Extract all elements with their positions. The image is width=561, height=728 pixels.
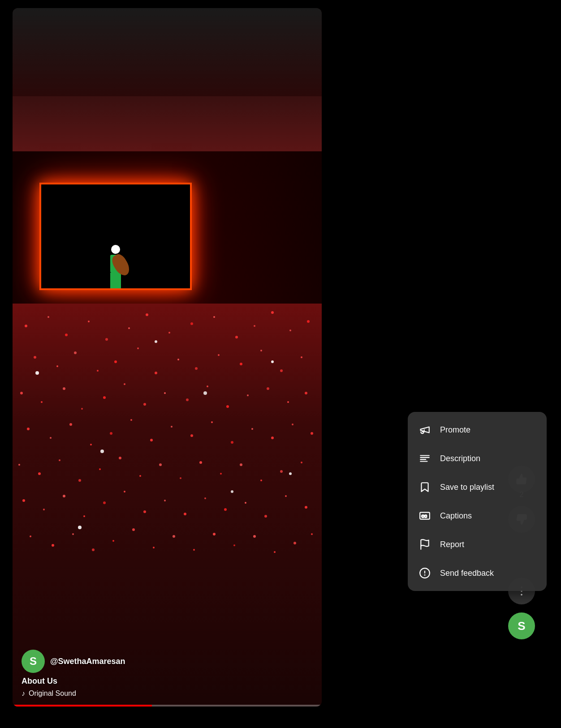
svg-point-68 xyxy=(199,461,202,464)
svg-point-101 xyxy=(274,551,276,553)
svg-point-15 xyxy=(34,356,36,359)
video-progress-bar[interactable] xyxy=(13,705,322,707)
svg-point-29 xyxy=(20,392,23,394)
send-feedback-label: Send feedback xyxy=(440,569,494,578)
svg-point-75 xyxy=(43,509,45,510)
menu-item-description[interactable]: Description xyxy=(408,444,547,473)
svg-point-12 xyxy=(271,311,274,314)
author-name: @SwethaAmaresan xyxy=(50,657,125,666)
svg-point-66 xyxy=(159,463,162,466)
svg-point-7 xyxy=(168,332,170,334)
svg-point-61 xyxy=(59,459,60,461)
svg-point-100 xyxy=(253,535,256,538)
svg-point-1 xyxy=(47,316,49,318)
svg-point-98 xyxy=(213,533,216,535)
svg-point-88 xyxy=(305,506,307,509)
svg-point-16 xyxy=(56,365,58,367)
svg-point-89 xyxy=(30,535,31,537)
svg-point-67 xyxy=(180,477,181,479)
svg-point-27 xyxy=(280,369,283,372)
author-avatar[interactable]: S xyxy=(22,650,45,673)
svg-text:CC: CC xyxy=(421,514,427,518)
sound-label: Original Sound xyxy=(29,689,76,698)
svg-point-5 xyxy=(128,327,130,329)
video-player[interactable]: S @SwethaAmaresan About Us ♪ Original So… xyxy=(13,8,322,707)
svg-point-35 xyxy=(143,403,146,406)
menu-item-send-feedback[interactable]: Send feedback xyxy=(408,559,547,587)
svg-point-44 xyxy=(27,428,30,430)
lower-crowd xyxy=(13,304,322,707)
svg-point-42 xyxy=(287,401,289,403)
svg-point-111 xyxy=(289,472,292,475)
svg-point-11 xyxy=(254,325,255,327)
svg-point-108 xyxy=(100,450,104,453)
svg-point-21 xyxy=(155,372,157,374)
svg-point-31 xyxy=(63,387,65,390)
svg-point-65 xyxy=(139,475,141,477)
svg-point-62 xyxy=(78,479,81,482)
svg-point-30 xyxy=(41,401,43,403)
svg-point-14 xyxy=(307,320,310,323)
svg-point-96 xyxy=(173,535,175,538)
svg-point-87 xyxy=(285,495,287,497)
performer-head xyxy=(111,245,120,254)
svg-point-48 xyxy=(110,432,112,435)
author-row: S @SwethaAmaresan xyxy=(22,650,313,673)
svg-point-95 xyxy=(153,547,155,548)
svg-point-3 xyxy=(88,321,90,322)
svg-point-86 xyxy=(264,515,267,518)
svg-point-20 xyxy=(137,347,139,349)
svg-point-103 xyxy=(311,533,313,535)
svg-point-4 xyxy=(105,338,108,341)
svg-point-45 xyxy=(50,437,52,439)
svg-point-51 xyxy=(171,426,173,428)
description-icon xyxy=(419,452,431,465)
svg-point-32 xyxy=(81,408,83,410)
svg-point-6 xyxy=(146,313,148,316)
svg-point-71 xyxy=(260,480,262,481)
svg-point-107 xyxy=(271,360,274,363)
svg-point-81 xyxy=(164,500,166,501)
svg-point-40 xyxy=(247,394,249,396)
sound-row[interactable]: ♪ Original Sound xyxy=(22,689,313,698)
svg-point-91 xyxy=(72,533,74,535)
progress-fill xyxy=(13,705,152,707)
description-label: Description xyxy=(440,454,480,463)
svg-point-84 xyxy=(224,508,227,511)
svg-point-34 xyxy=(124,383,125,385)
svg-point-124 xyxy=(521,594,522,595)
svg-point-38 xyxy=(207,385,208,387)
svg-point-105 xyxy=(155,340,157,343)
menu-item-promote[interactable]: Promote xyxy=(408,415,547,444)
promote-label: Promote xyxy=(440,425,470,435)
svg-point-106 xyxy=(203,391,207,395)
svg-point-9 xyxy=(213,316,215,318)
svg-point-83 xyxy=(204,497,206,499)
video-info-overlay: S @SwethaAmaresan About Us ♪ Original So… xyxy=(22,650,313,698)
profile-button[interactable]: S xyxy=(508,612,535,639)
menu-item-captions[interactable]: CC Captions xyxy=(408,501,547,530)
music-note-icon: ♪ xyxy=(22,689,25,698)
svg-point-104 xyxy=(35,371,39,375)
captions-icon: CC xyxy=(419,510,431,522)
video-title: About Us xyxy=(22,677,313,686)
svg-point-2 xyxy=(65,334,68,336)
menu-item-save-to-playlist[interactable]: Save to playlist xyxy=(408,473,547,501)
svg-point-10 xyxy=(235,336,238,338)
stage-screen xyxy=(39,183,192,290)
svg-point-99 xyxy=(233,544,235,546)
stadium-top xyxy=(13,8,322,98)
svg-point-46 xyxy=(69,423,72,426)
svg-point-57 xyxy=(292,424,293,425)
context-menu: Promote Description Save to playlist CC xyxy=(408,412,547,591)
svg-point-8 xyxy=(190,322,193,325)
menu-item-report[interactable]: Report xyxy=(408,530,547,559)
bookmark-icon xyxy=(419,481,431,493)
svg-point-110 xyxy=(78,526,82,529)
svg-point-82 xyxy=(184,513,186,515)
svg-point-25 xyxy=(240,363,242,365)
svg-point-73 xyxy=(301,462,302,463)
svg-point-36 xyxy=(164,392,166,394)
svg-point-55 xyxy=(251,428,253,430)
svg-point-43 xyxy=(305,392,307,394)
